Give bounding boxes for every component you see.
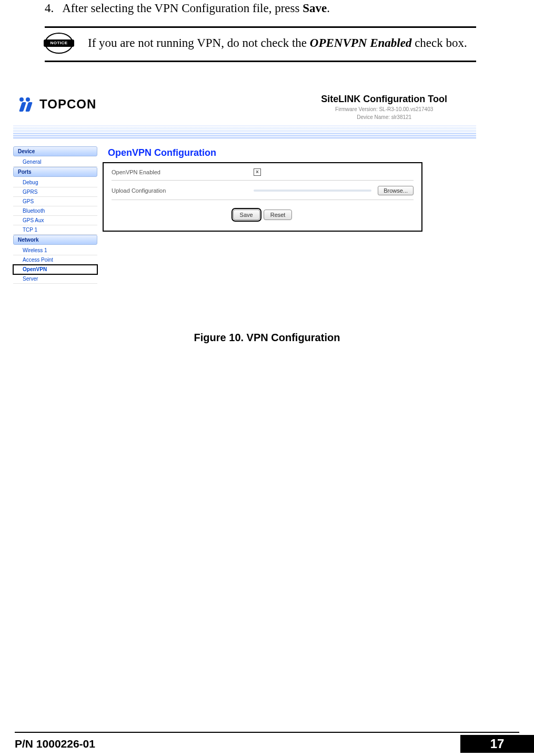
- row-openvpn-enabled: OpenVPN Enabled ×: [104, 163, 421, 176]
- screenshot-header: TOPCON SiteLINK Configuration Tool Firmw…: [13, 94, 476, 125]
- step-save-word: Save: [303, 2, 327, 15]
- openvpn-config-panel: OpenVPN Enabled × Upload Configuration B…: [103, 162, 422, 232]
- figure-caption: Figure 10. VPN Configuration: [0, 332, 534, 344]
- footer-rule: [15, 732, 519, 733]
- sidebar: Device General Ports Debug GPRS GPS Blue…: [13, 146, 97, 284]
- sidebar-item-server[interactable]: Server: [13, 274, 97, 284]
- reset-button[interactable]: Reset: [264, 210, 293, 220]
- sidebar-item-debug[interactable]: Debug: [13, 178, 97, 187]
- footer-page-number: 17: [460, 735, 534, 753]
- sidebar-item-gps[interactable]: GPS: [13, 197, 97, 206]
- topcon-logo-mark: [18, 97, 36, 111]
- sidebar-item-bluetooth[interactable]: Bluetooth: [13, 206, 97, 216]
- topcon-logo-text: TOPCON: [39, 97, 96, 112]
- sidebar-head-device[interactable]: Device: [13, 146, 97, 156]
- step-4-text: 4. After selecting the VPN Configuration…: [45, 2, 330, 15]
- notice-pre: If you are not running VPN, do not check…: [88, 36, 310, 49]
- notice-text: If you are not running VPN, do not check…: [88, 36, 467, 50]
- sidebar-item-wireless1[interactable]: Wireless 1: [13, 246, 97, 255]
- notice-rule-bottom: [45, 61, 476, 62]
- screenshot-panel: TOPCON SiteLINK Configuration Tool Firmw…: [13, 94, 476, 315]
- topcon-logo: TOPCON: [18, 97, 96, 112]
- file-input-track[interactable]: [254, 190, 371, 192]
- step-number: 4.: [45, 2, 54, 15]
- sidebar-item-access-point[interactable]: Access Point: [13, 255, 97, 265]
- sidebar-item-tcp1[interactable]: TCP 1: [13, 225, 97, 235]
- sidebar-head-ports[interactable]: Ports: [13, 167, 97, 177]
- row-upload-config: Upload Configuration Browse...: [104, 181, 421, 195]
- notice-bold-italic: OPENVPN Enabled: [310, 36, 412, 49]
- button-row: Save Reset: [104, 210, 421, 220]
- notice-badge-text: NOTICE: [44, 39, 74, 47]
- device-name-line: Device Name: slr38121: [321, 114, 447, 121]
- checkbox-openvpn-enabled[interactable]: ×: [254, 168, 261, 176]
- sidebar-item-openvpn[interactable]: OpenVPN: [13, 265, 97, 274]
- row-divider-2: [112, 200, 414, 200]
- sidebar-item-gprs[interactable]: GPRS: [13, 187, 97, 197]
- footer-part-number: P/N 1000226-01: [0, 735, 95, 753]
- browse-button[interactable]: Browse...: [378, 186, 414, 195]
- tool-title-block: SiteLINK Configuration Tool Firmware Ver…: [321, 94, 447, 121]
- label-openvpn-enabled: OpenVPN Enabled: [112, 169, 254, 175]
- firmware-line: Firmware Version: SL-R3-10.00.vs217403: [321, 106, 447, 113]
- label-upload-config: Upload Configuration: [112, 187, 254, 194]
- notice-post: check box.: [411, 36, 467, 49]
- sidebar-item-general[interactable]: General: [13, 157, 97, 167]
- tool-title: SiteLINK Configuration Tool: [321, 94, 447, 105]
- page-footer: P/N 1000226-01 17: [0, 735, 534, 753]
- header-gradient-lines: [13, 125, 476, 141]
- main-panel-title: OpenVPN Configuration: [108, 147, 216, 158]
- notice-icon: NOTICE: [45, 33, 73, 54]
- step-pre: After selecting the VPN Configuration fi…: [62, 2, 303, 15]
- notice-rule-top: [45, 26, 476, 28]
- save-button[interactable]: Save: [233, 210, 260, 220]
- sidebar-head-network[interactable]: Network: [13, 235, 97, 245]
- step-post: .: [327, 2, 330, 15]
- sidebar-item-gps-aux[interactable]: GPS Aux: [13, 216, 97, 225]
- notice-block: NOTICE If you are not running VPN, do no…: [45, 33, 476, 54]
